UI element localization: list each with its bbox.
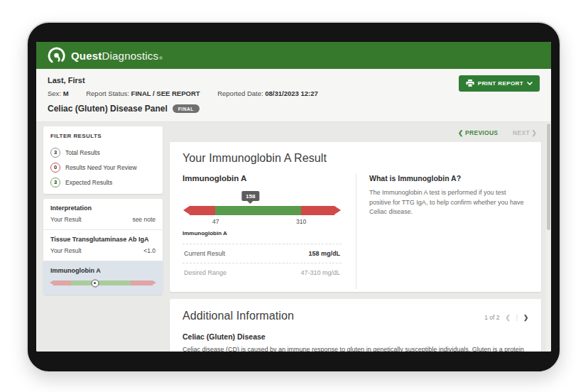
disease-heading: Celiac (Gluten) Disease xyxy=(183,332,528,341)
scrollbar-track xyxy=(546,122,551,352)
filter-label: Total Results xyxy=(65,149,100,156)
logo-text: QuestDiagnostics® xyxy=(71,50,163,62)
previous-result-button[interactable]: ❮ PREVIOUS xyxy=(458,129,498,136)
current-result-row: Current Result 158 mg/dL xyxy=(183,244,342,263)
explainer-title: What is Immunoglobin A? xyxy=(369,174,528,183)
your-result-label: Your Result xyxy=(50,216,82,223)
final-status-badge: FINAL xyxy=(173,104,200,113)
page-next-button[interactable]: ❯ xyxy=(523,314,528,321)
current-result-value: 158 mg/dL xyxy=(309,250,341,257)
panel-title: Celiac (Gluten) Disease Panel xyxy=(48,104,168,114)
scrollbar-thumb[interactable] xyxy=(547,124,550,230)
mini-range-bar xyxy=(53,281,153,285)
sex-value: M xyxy=(63,89,69,97)
report-status-value: FINAL / SEE REPORT xyxy=(131,89,200,97)
need-review-count-badge: 0 xyxy=(50,163,60,173)
print-report-label: PRINT REPORT xyxy=(478,80,523,87)
screen: QuestDiagnostics® Last, First Sex: M Rep… xyxy=(36,42,551,352)
result-card-title: Your Immunoglobin A Result xyxy=(183,152,528,165)
range-low-label: 47 xyxy=(212,218,219,225)
additional-info-pagination: 1 of 2 ❮ | ❯ xyxy=(484,314,528,321)
range-bar-track: 158 xyxy=(190,206,334,215)
your-result-value: <1.0 xyxy=(143,247,156,254)
patient-info-section: Last, First Sex: M Report Status: FINAL … xyxy=(36,69,551,122)
logo-trademark: ® xyxy=(159,56,163,60)
result-rows: Current Result 158 mg/dL Desired Range 4… xyxy=(183,244,342,282)
chevron-down-icon xyxy=(527,82,533,85)
explainer-text: The Immunoglobin A test is performed if … xyxy=(369,188,528,217)
pagination-separator: | xyxy=(516,314,518,321)
quest-logo-icon xyxy=(48,47,65,65)
logo-text-regular: Diagnostics xyxy=(102,50,159,62)
result-detail-card: Your Immunoglobin A Result Immunoglobin … xyxy=(170,142,541,292)
reported-date-label: Reported Date: xyxy=(217,89,263,97)
result-explainer-column: What is Immunoglobin A? The Immunoglobin… xyxy=(356,174,528,289)
next-result-button[interactable]: NEXT ❯ xyxy=(513,129,537,136)
desired-range-row: Desired Range 47-310 mg/dL xyxy=(183,263,342,282)
additional-information-card: Additional Information 1 of 2 ❮ | ❯ Celi… xyxy=(170,299,541,352)
additional-info-title: Additional Information xyxy=(183,310,294,322)
app-header: QuestDiagnostics® xyxy=(36,42,551,69)
desired-range-value: 47-310 mg/dL xyxy=(300,269,340,276)
reported-date-value: 08/31/2023 12:27 xyxy=(265,89,317,97)
range-bar-caption: Immunoglobin A xyxy=(183,230,342,236)
sidebar-item-interpretation[interactable]: Interpretation Your Result see note xyxy=(43,199,163,230)
sidebar-item-tissue-transglutaminase[interactable]: Tissue Transglutaminase Ab IgA Your Resu… xyxy=(43,230,163,261)
current-result-label: Current Result xyxy=(184,250,225,257)
desired-range-label: Desired Range xyxy=(184,269,227,276)
print-report-button[interactable]: PRINT REPORT xyxy=(459,75,540,92)
expected-results-count-badge: 3 xyxy=(50,178,60,187)
filter-need-review[interactable]: 0 Results Need Your Review xyxy=(50,160,156,175)
mini-range-bar-normal-zone xyxy=(71,281,131,285)
filter-total-results[interactable]: 3 Total Results xyxy=(50,145,156,160)
filter-label: Results Need Your Review xyxy=(65,164,137,171)
your-result-label: Your Result xyxy=(50,247,82,254)
sidebar-item-immunoglobin-a[interactable]: Immunoglobin A xyxy=(43,261,163,295)
disease-paragraph-1: Celiac disease (CD) is caused by an immu… xyxy=(183,345,528,352)
test-name: Immunoglobin A xyxy=(50,267,156,274)
test-name: Tissue Transglutaminase Ab IgA xyxy=(50,236,156,243)
logo-text-bold: Quest xyxy=(71,50,102,62)
range-bar-labels: 47 310 xyxy=(190,218,334,229)
test-name: Interpretation xyxy=(50,205,156,212)
range-high-label: 310 xyxy=(296,218,306,225)
range-bar: 158 47 310 xyxy=(190,206,334,229)
results-sidebar: FILTER RESULTS 3 Total Results 0 Results… xyxy=(43,126,163,352)
mini-range-marker xyxy=(91,279,99,287)
filter-expected-results[interactable]: 3 Expected Results xyxy=(50,175,156,190)
printer-icon xyxy=(466,80,474,87)
page-indicator: 1 of 2 xyxy=(484,314,499,321)
page-prev-button[interactable]: ❮ xyxy=(506,314,511,321)
filter-results-card: FILTER RESULTS 3 Total Results 0 Results… xyxy=(43,126,163,194)
test-heading: Immunoglobin A xyxy=(183,174,342,183)
result-pager: ❮ PREVIOUS NEXT ❯ xyxy=(170,126,541,142)
tablet-frame: QuestDiagnostics® Last, First Sex: M Rep… xyxy=(26,21,561,373)
panel-title-row: Celiac (Gluten) Disease Panel FINAL xyxy=(48,104,540,114)
sex-label: Sex: xyxy=(48,89,61,97)
report-status-label: Report Status: xyxy=(86,89,129,97)
filter-results-title: FILTER RESULTS xyxy=(50,133,156,139)
content-area: FILTER RESULTS 3 Total Results 0 Results… xyxy=(36,122,551,352)
current-value-marker: 158 xyxy=(241,191,259,201)
main-panel: ❮ PREVIOUS NEXT ❯ Your Immunoglobin A Re… xyxy=(170,126,541,352)
result-range-column: Immunoglobin A 158 47 310 xyxy=(183,174,342,289)
range-bar-normal-zone xyxy=(215,206,301,215)
test-list-card: Interpretation Your Result see note Tiss… xyxy=(43,199,163,295)
your-result-value: see note xyxy=(132,216,156,223)
filter-label: Expected Results xyxy=(65,179,112,186)
total-results-count-badge: 3 xyxy=(50,148,60,158)
